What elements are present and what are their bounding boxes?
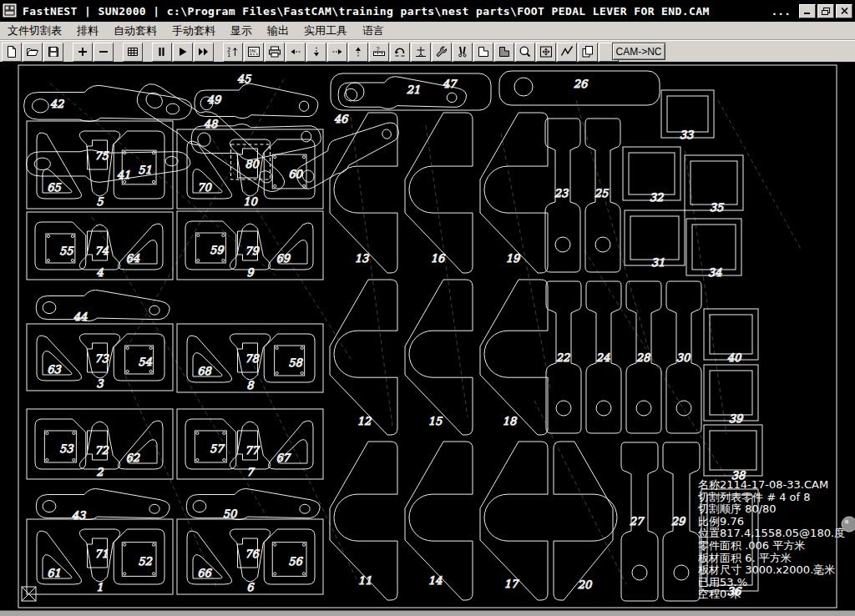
move-right-button[interactable] xyxy=(327,43,347,62)
rotate-button[interactable] xyxy=(390,43,410,62)
part-27[interactable]: 27 xyxy=(621,442,658,601)
plate-10[interactable]: 70806010 xyxy=(177,129,323,209)
part-25[interactable]: 25 xyxy=(585,119,620,272)
part-23[interactable]: 23 xyxy=(545,119,580,272)
part-label: 41 xyxy=(117,169,131,181)
plate-5[interactable]: 6575515 xyxy=(27,121,173,209)
path-icon xyxy=(560,45,574,58)
datum-button[interactable] xyxy=(411,43,431,62)
part-18[interactable]: 18 xyxy=(480,280,548,435)
part-label: 44 xyxy=(73,311,88,323)
nest-block-button[interactable] xyxy=(494,43,514,62)
part-39[interactable]: 39 xyxy=(704,365,758,425)
part-48[interactable]: 48 xyxy=(191,118,321,160)
menu-item-manual-nest[interactable]: 手动套料 xyxy=(164,22,223,40)
sequence-button[interactable]: 21 xyxy=(223,43,243,62)
plate-6[interactable]: 6676566 xyxy=(177,519,323,594)
part-50[interactable]: 50 xyxy=(186,488,320,520)
copy-sheet-button[interactable] xyxy=(578,43,598,62)
part-24[interactable]: 24 xyxy=(586,281,621,433)
save-button[interactable] xyxy=(43,43,63,62)
part-label: 46 xyxy=(334,113,349,125)
zoom-extents-icon xyxy=(539,45,553,58)
plate-2[interactable]: 5372622 xyxy=(27,409,173,479)
zoom-in-button[interactable] xyxy=(73,43,93,62)
part-28[interactable]: 28 xyxy=(626,281,661,433)
move-up-button[interactable] xyxy=(348,43,368,62)
part-20[interactable]: 20 xyxy=(554,442,617,600)
nest-info-line: 位置817.4,1558.05@180.度 xyxy=(698,527,845,539)
zoom-out-button[interactable] xyxy=(94,43,114,62)
part-43[interactable]: 43 xyxy=(36,488,169,522)
menu-item-auto-nest[interactable]: 自动套料 xyxy=(106,22,164,40)
part-label: 28 xyxy=(636,351,651,364)
menu-item-file-cut-list[interactable]: 文件切割表 xyxy=(0,22,69,40)
plate-9[interactable]: 5979699 xyxy=(177,211,323,280)
dnc-button[interactable]: DNC xyxy=(244,43,264,62)
part-16[interactable]: 16 xyxy=(405,113,473,273)
fast-forward-button[interactable] xyxy=(194,43,214,62)
part-15[interactable]: 15 xyxy=(405,280,473,435)
nest-corner-icon xyxy=(477,45,490,58)
part-label: 29 xyxy=(671,515,686,528)
part-26[interactable]: 26 xyxy=(499,71,660,105)
menu-item-nest[interactable]: 排料 xyxy=(69,22,106,40)
restore-button[interactable] xyxy=(817,4,834,18)
part-31[interactable]: 31 xyxy=(625,210,685,269)
zoom-extents-button[interactable] xyxy=(536,43,556,62)
grid-button[interactable] xyxy=(123,43,143,62)
print-button[interactable] xyxy=(265,43,285,62)
part-22[interactable]: 22 xyxy=(546,281,581,433)
plate-1[interactable]: 6171521 xyxy=(27,519,173,594)
path-button[interactable] xyxy=(557,43,577,62)
part-label: 40 xyxy=(727,351,742,364)
menu-item-output[interactable]: 输出 xyxy=(260,22,296,40)
menu-item-display[interactable]: 显示 xyxy=(223,22,260,40)
plate-7[interactable]: 5777677 xyxy=(177,409,323,479)
nest-corner-button[interactable] xyxy=(473,43,493,62)
open-button[interactable] xyxy=(23,43,43,62)
part-33[interactable]: 33 xyxy=(661,90,714,141)
part-19[interactable]: 19 xyxy=(480,113,548,273)
plate-4[interactable]: 5574644 xyxy=(27,212,173,280)
part-13[interactable]: 13 xyxy=(330,113,397,273)
pause-button[interactable] xyxy=(152,43,172,62)
toolbar-group xyxy=(2,43,64,62)
minimize-button[interactable] xyxy=(799,4,816,18)
menu-item-language[interactable]: 语言 xyxy=(355,22,392,40)
setup-button[interactable] xyxy=(432,43,452,62)
move-down-button[interactable] xyxy=(306,43,326,62)
new-button[interactable] xyxy=(2,43,22,62)
nest-info-line: 切割顺序 80/80 xyxy=(697,502,777,515)
part-34[interactable]: 34 xyxy=(686,219,741,279)
measure-button[interactable]: ? xyxy=(369,43,389,62)
part-label: 31 xyxy=(651,256,665,269)
part-11[interactable]: 11 xyxy=(330,442,397,600)
menu-item-utilities[interactable]: 实用工具 xyxy=(296,22,355,40)
title-bar[interactable]: FastNEST | SUN2000 | c:\Program Files\Fa… xyxy=(0,0,855,22)
toolbar-group: 21DNC? xyxy=(223,43,620,62)
title-ellipsis: ... xyxy=(772,5,791,18)
part-label: 72 xyxy=(94,444,109,457)
part-30[interactable]: 30 xyxy=(666,281,701,433)
part-35[interactable]: 35 xyxy=(685,155,743,214)
plate-3[interactable]: 6373543 xyxy=(27,324,173,391)
part-32[interactable]: 32 xyxy=(623,147,680,204)
plate-8[interactable]: 6878588 xyxy=(177,324,323,392)
move-left-button[interactable] xyxy=(286,43,306,62)
part-label: 32 xyxy=(650,191,664,204)
part-44[interactable]: 44 xyxy=(36,290,169,323)
part-14[interactable]: 14 xyxy=(405,442,473,600)
close-button[interactable] xyxy=(836,4,852,18)
cam-to-nc-button[interactable]: CAM->NC xyxy=(612,43,665,60)
traverse-line xyxy=(209,134,351,359)
part-38[interactable]: 38 xyxy=(704,425,762,482)
zoom-window-button[interactable] xyxy=(515,43,535,62)
part-12[interactable]: 12 xyxy=(330,280,397,435)
part-29[interactable]: 29 xyxy=(663,442,700,601)
cut-button[interactable] xyxy=(453,43,473,62)
drawing-area[interactable]: 6575515557464463735435372622617152170806… xyxy=(0,62,855,610)
play-button[interactable] xyxy=(173,43,193,62)
part-17[interactable]: 17 xyxy=(480,442,548,600)
part-47[interactable]: 47 xyxy=(338,77,467,109)
